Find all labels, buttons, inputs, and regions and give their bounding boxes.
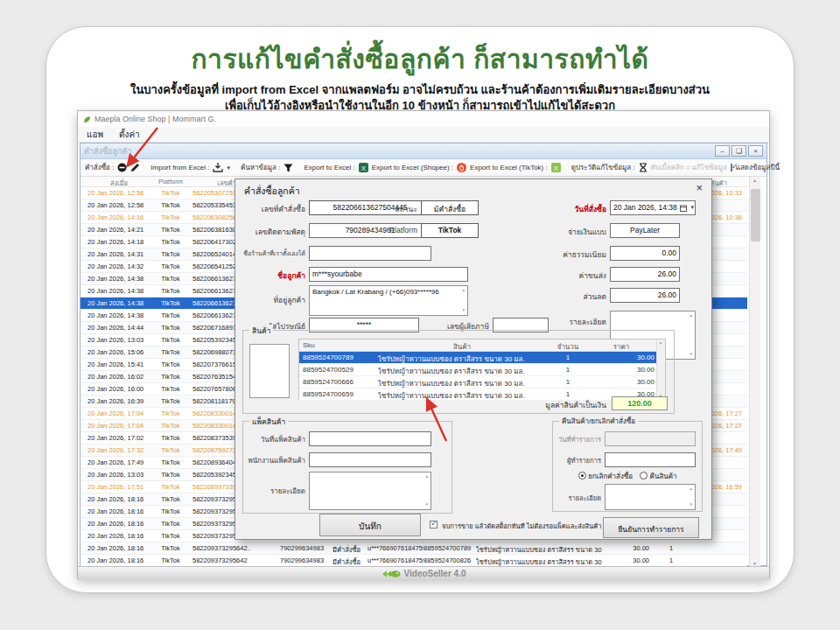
edit-pencil-icon[interactable] — [130, 163, 140, 172]
finish-sale-checkbox[interactable] — [430, 521, 438, 528]
cell-t: 20 Jan 2026, 18:16 — [88, 544, 150, 552]
cell-t: 20 Jan 2026, 12:58 — [88, 201, 150, 209]
shipping-label: ค่าขนส่ง — [536, 270, 606, 282]
payment-label: จ่ายเงินแบบ — [536, 226, 606, 238]
date-dropdown-icon[interactable]: ▾ — [690, 204, 694, 211]
minimize-button[interactable]: – — [715, 145, 730, 157]
cell-t: 20 Jan 2026, 17:02 — [88, 434, 150, 442]
cell-t: 20 Jan 2026, 14:44 — [88, 324, 150, 332]
payment-field[interactable]: PayLater — [610, 223, 680, 238]
cell-t: 20 Jan 2026, 17:49 — [88, 458, 150, 466]
excel-icon[interactable]: X — [359, 163, 368, 172]
return-goods-radio[interactable] — [640, 472, 648, 480]
cell-platform: TikTok — [150, 471, 191, 479]
cell-t: 20 Jan 2026, 16:39 — [88, 397, 150, 405]
product-cell-price: 30.00 — [588, 354, 654, 361]
table-row[interactable]: 20 Jan 2026, 18:16TikTok5822093732956427… — [80, 555, 747, 567]
product-row[interactable]: 8859524700529ไซรัปหญ้าหวานแบบซอง ตราสีสร… — [299, 364, 657, 376]
product-cell-sku: 8859524700659 — [303, 390, 374, 398]
filter-funnel-icon[interactable] — [284, 164, 293, 172]
tiktok-excel-icon[interactable]: X — [551, 163, 561, 172]
scrollbar-thumb[interactable] — [751, 189, 760, 242]
discount-field[interactable]: 26.00 — [610, 288, 680, 303]
product-grid-header: Skuสินค้าจำนวนราคา — [299, 340, 657, 352]
search-label: ค้นหาข้อมูล : — [241, 162, 280, 173]
toolbar: คำสั่งซื้อ : Import from Excel : ▾ ค้นหา… — [80, 159, 766, 177]
restore-button[interactable]: ❏ — [732, 145, 746, 157]
dialog-close-icon[interactable]: × — [696, 181, 703, 194]
return-user-field[interactable] — [605, 452, 696, 467]
customer-name-field[interactable]: m***syourbabe — [309, 267, 468, 282]
cell-platform: TikTok — [150, 324, 191, 332]
close-button[interactable]: × — [748, 145, 763, 157]
column-header[interactable]: Platform — [150, 178, 191, 186]
export-tiktok-label: Export to Excel (TikTok) : — [470, 164, 548, 172]
menu-item-settings[interactable]: ตั้งค่า — [119, 128, 140, 141]
product-image-placeholder — [249, 344, 290, 398]
product-column-header[interactable]: Sku — [303, 341, 374, 349]
cell-t: 20 Jan 2026, 14:21 — [88, 226, 150, 234]
cell-platform: TikTok — [150, 226, 191, 234]
cell-platform: TikTok — [150, 348, 191, 356]
cell-platform: TikTok — [150, 299, 191, 307]
remove-order-icon[interactable] — [117, 163, 127, 172]
address-field[interactable]: Bangkok / Lat Krabang / (+66)093*****96 — [309, 285, 468, 316]
product-row[interactable]: 8859524700789ไซรัปหญ้าหวานแบบซอง ตราสีสร… — [299, 352, 657, 364]
status-label: สถานะ — [374, 203, 417, 215]
order-dialog: คำสั่งซื้อลูกค้า × เลขที่คำสั่งซื้อ 5822… — [234, 178, 712, 540]
show-this-year-checkbox[interactable] — [731, 164, 732, 172]
cell-o: 582209373295642.. — [192, 544, 276, 552]
cancel-order-radio-label[interactable]: ยกเลิกคำสั่งซื้อ — [588, 472, 633, 480]
dialog-title: คำสั่งซื้อลูกค้า — [244, 184, 300, 199]
cell-platform: TikTok — [150, 214, 191, 221]
confirm-return-button[interactable]: ยืนยันการทำรายการ — [603, 517, 699, 538]
pack-staff-field[interactable] — [309, 452, 431, 467]
order-date-picker[interactable]: 20 Jan 2026, 14:38 ▾ — [610, 200, 696, 215]
menu-bar: แอพ ตั้งค่า — [78, 127, 769, 143]
pack-detail-field[interactable] — [309, 472, 431, 510]
cell-t: 20 Jan 2026, 17:51 — [88, 483, 150, 491]
save-button[interactable]: บันทึก — [319, 514, 421, 536]
import-dropdown-icon[interactable]: ▾ — [227, 164, 230, 172]
menu-item-app[interactable]: แอพ — [87, 128, 103, 141]
cell-platform: TikTok — [150, 360, 191, 368]
cell-platform: TikTok — [150, 495, 191, 503]
maepla-leaf-icon — [83, 116, 91, 123]
cell-platform: TikTok — [150, 483, 191, 491]
vertical-scrollbar[interactable] — [749, 177, 760, 567]
cell-platform: TikTok — [150, 201, 191, 209]
cell-t: 20 Jan 2026, 17:32 — [88, 446, 150, 454]
product-grid: Skuสินค้าจำนวนราคา 8859524700789ไซรัปหญ้… — [298, 339, 666, 400]
return-detail-field[interactable] — [605, 484, 696, 510]
cell-customer: u***7669076184759 — [368, 556, 424, 564]
product-cell-qty: 1 — [550, 378, 586, 386]
product-cell-qty: 1 — [550, 354, 586, 361]
videoseller-fish-icon — [382, 569, 401, 579]
cell-platform: TikTok — [150, 189, 191, 197]
cell-platform: TikTok — [150, 373, 191, 381]
table-row[interactable]: 20 Jan 2026, 18:16TikTok582209373295642.… — [80, 542, 747, 555]
product-grid-scrollbar[interactable] — [656, 340, 665, 399]
import-excel-icon[interactable] — [213, 163, 223, 172]
product-row[interactable]: 8859524700666ไซรัปหญ้าหวานแบบซอง ตราสีสร… — [299, 376, 657, 388]
cell-platform: TikTok — [150, 262, 191, 270]
shopee-icon[interactable] — [457, 163, 466, 172]
cell-qty: 1 — [663, 556, 679, 564]
shipping-field[interactable]: 26.00 — [610, 267, 680, 282]
fee-label: ค่าธรรมเนียม — [536, 248, 606, 261]
pack-detail-label: รายละเอียด — [239, 486, 305, 497]
finish-sale-label: จบการขาย แล้วตัดสต็อกทันที ไม่ต้องรอแพ็ค… — [442, 521, 601, 531]
fee-field[interactable]: 0.00 — [610, 246, 680, 261]
cancel-order-radio[interactable] — [578, 472, 586, 480]
cell-sku: 8859524700826 — [424, 556, 474, 564]
platform-label: Platform — [374, 226, 417, 234]
pack-date-field[interactable] — [309, 431, 431, 446]
shop-name-field[interactable] — [309, 246, 431, 261]
product-cell-price: 30.00 — [588, 378, 654, 386]
customer-name-label: ชื่อลูกค้า — [235, 270, 305, 282]
status-field: มีคำสั่งซื้อ — [421, 200, 479, 215]
history-hourglass-icon[interactable] — [639, 163, 648, 172]
status-bar: VideoSeller 4.0 — [78, 566, 769, 580]
return-goods-radio-label[interactable]: คืนสินค้า — [650, 472, 677, 480]
pack-date-label: วันที่แพ็คสินค้า — [239, 434, 305, 445]
